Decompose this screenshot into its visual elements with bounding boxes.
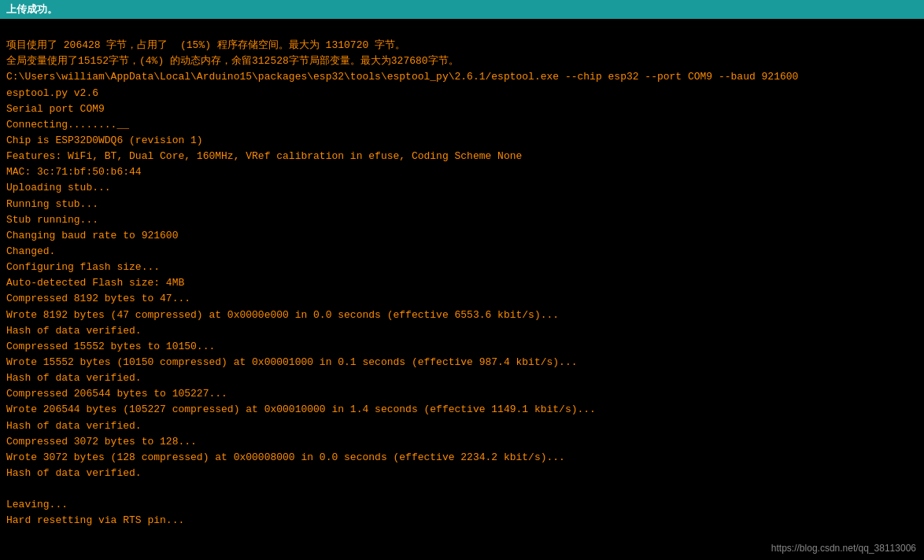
- console-line: MAC: 3c:71:bf:50:b6:44: [6, 164, 918, 180]
- console-line: Compressed 15552 bytes to 10150...: [6, 339, 918, 355]
- console-line: 全局变量使用了15152字节，(4%) 的动态内存，余留312528字节局部变量…: [6, 53, 918, 69]
- status-text: 上传成功。: [6, 4, 57, 16]
- console-line: Connecting........__: [6, 117, 918, 133]
- console-line: Compressed 8192 bytes to 47...: [6, 291, 918, 307]
- console-line: Compressed 3072 bytes to 128...: [6, 434, 918, 450]
- console-line: Changing baud rate to 921600: [6, 228, 918, 244]
- console-line: Wrote 8192 bytes (47 compressed) at 0x00…: [6, 308, 918, 323]
- console-line: [6, 481, 918, 497]
- console-line: 项目使用了 206428 字节，占用了 (15%) 程序存储空间。最大为 131…: [6, 38, 918, 53]
- console-line: Hash of data verified.: [6, 323, 918, 339]
- console-line: Auto-detected Flash size: 4MB: [6, 275, 918, 291]
- console-line: Stub running...: [6, 212, 918, 228]
- console-area: 项目使用了 206428 字节，占用了 (15%) 程序存储空间。最大为 131…: [0, 19, 924, 532]
- console-line: Hash of data verified.: [6, 466, 918, 481]
- console-line: Compressed 206544 bytes to 105227...: [6, 386, 918, 402]
- console-line: Wrote 15552 bytes (10150 compressed) at …: [6, 355, 918, 370]
- console-line: C:\Users\william\AppData\Local\Arduino15…: [6, 69, 918, 85]
- status-bar: 上传成功。: [0, 0, 924, 19]
- console-line: Hard resetting via RTS pin...: [6, 513, 918, 529]
- console-line: esptool.py v2.6: [6, 86, 918, 101]
- watermark: https://blog.csdn.net/qq_38113006: [771, 543, 916, 554]
- console-line: Serial port COM9: [6, 101, 918, 117]
- console-line: Hash of data verified.: [6, 418, 918, 434]
- console-line: Chip is ESP32D0WDQ6 (revision 1): [6, 133, 918, 149]
- console-line: Running stub...: [6, 197, 918, 212]
- console-line: Features: WiFi, BT, Dual Core, 160MHz, V…: [6, 149, 918, 164]
- console-line: Configuring flash size...: [6, 260, 918, 275]
- console-line: Wrote 206544 bytes (105227 compressed) a…: [6, 402, 918, 418]
- console-line: Leaving...: [6, 497, 918, 513]
- console-line: Hash of data verified.: [6, 370, 918, 386]
- console-line: Changed.: [6, 244, 918, 260]
- console-line: Wrote 3072 bytes (128 compressed) at 0x0…: [6, 450, 918, 466]
- console-line: Uploading stub...: [6, 180, 918, 196]
